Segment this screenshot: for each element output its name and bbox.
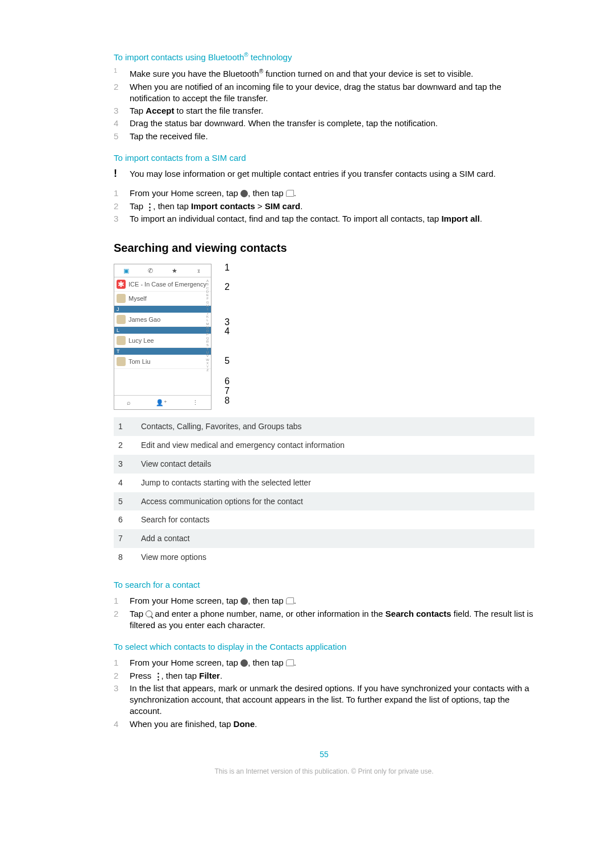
tab-contacts: ▣ [114, 267, 139, 275]
table-row: 7Add a contact [114, 529, 534, 548]
step-item: 3In the list that appears, mark or unmar… [114, 683, 534, 717]
table-row: 5Access communication options for the co… [114, 492, 534, 511]
row-desc: Access communication options for the con… [140, 492, 534, 511]
step-text: Tap and enter a phone number, name, or o… [130, 608, 534, 632]
step-item: 2Tap and enter a phone number, name, or … [114, 608, 534, 632]
step-text: When you are finished, tap Done. [130, 719, 534, 730]
step-text: Make sure you have the Bluetooth® functi… [130, 68, 534, 80]
step-number: 5 [114, 131, 130, 142]
section-title-search: To search for a contact [114, 579, 534, 591]
row-desc: Search for contacts [140, 510, 534, 529]
steps-bluetooth: 1Make sure you have the Bluetooth® funct… [114, 68, 534, 142]
step-item: 1From your Home screen, tap , then tap . [114, 657, 534, 668]
warning-icon: ! [114, 168, 130, 178]
contacts-icon [286, 597, 294, 604]
section-title-bluetooth: To import contacts using Bluetooth® tech… [114, 51, 534, 63]
row-desc: View contact details [140, 455, 534, 474]
step-text: Press ⋮, then tap Filter. [130, 670, 534, 682]
apps-icon [240, 659, 248, 667]
row-desc: View more options [140, 548, 534, 567]
step-number: 4 [114, 719, 130, 730]
step-item: 5Tap the received file. [114, 131, 534, 142]
callout-1: 1 [225, 261, 230, 274]
row-num: 2 [114, 436, 140, 455]
step-item: 1From your Home screen, tap , then tap . [114, 595, 534, 607]
avatar [117, 294, 126, 303]
table-row: 2Edit and view medical and emergency con… [114, 436, 534, 455]
more-icon: ⋮ [154, 674, 161, 679]
tabs-row: ▣ ✆ ★ ⩆ [114, 264, 211, 277]
step-item: 4When you are finished, tap Done. [114, 719, 534, 730]
step-number: 2 [114, 81, 130, 93]
row-num: 1 [114, 417, 140, 436]
row-num: 3 [114, 455, 140, 474]
row-lucy: Lucy Lee [114, 334, 211, 348]
tab-favorites: ★ [163, 267, 187, 275]
section-title-sim: To import contacts from a SIM card [114, 152, 534, 164]
step-text: Tap Accept to start the file transfer. [130, 105, 534, 117]
row-num: 6 [114, 510, 140, 529]
step-item: 3To import an individual contact, find a… [114, 213, 534, 225]
step-text: Tap ⋮, then tap Import contacts > SIM ca… [130, 201, 534, 212]
step-number: 1 [114, 188, 130, 199]
step-number: 2 [114, 670, 130, 682]
step-text: In the list that appears, mark or unmark… [130, 683, 534, 717]
row-desc: Add a contact [140, 529, 534, 548]
steps-search: 1From your Home screen, tap , then tap .… [114, 595, 534, 631]
row-ice: ✱ICE - In Case of Emergency [114, 277, 211, 292]
ice-icon: ✱ [117, 280, 126, 289]
table-row: 4Jump to contacts starting with the sele… [114, 474, 534, 492]
table-row: 3View contact details [114, 455, 534, 474]
step-item: 2Tap ⋮, then tap Import contacts > SIM c… [114, 201, 534, 212]
search-icon [146, 610, 152, 617]
warning-sim: ! You may lose information or get multip… [114, 168, 534, 180]
step-item: 2Press ⋮, then tap Filter. [114, 670, 534, 682]
apps-icon [240, 190, 248, 197]
sep-l: L [114, 327, 211, 334]
row-desc: Jump to contacts starting with the selec… [140, 474, 534, 492]
step-text: From your Home screen, tap , then tap . [130, 188, 534, 199]
table-row: 6Search for contacts [114, 510, 534, 529]
sep-t: T [114, 348, 211, 355]
more-icon: ⋮ [146, 205, 153, 209]
contacts-icon [286, 190, 294, 197]
step-number: 3 [114, 105, 130, 117]
row-num: 7 [114, 529, 140, 548]
step-item: 2When you are notified of an incoming fi… [114, 81, 534, 105]
more-icon: ⋮ [192, 398, 198, 407]
callout-8: 8 [225, 394, 230, 407]
step-number: 4 [114, 118, 130, 129]
row-james: James Gao [114, 313, 211, 327]
step-item: 4Drag the status bar downward. When the … [114, 118, 534, 129]
phone-mock: ▣ ✆ ★ ⩆ ✱ICE - In Case of Emergency Myse… [114, 264, 211, 410]
step-number: 1 [114, 657, 130, 668]
step-text: Tap the received file. [130, 131, 534, 142]
step-item: 1Make sure you have the Bluetooth® funct… [114, 68, 534, 80]
row-num: 4 [114, 474, 140, 492]
avatar [117, 357, 126, 366]
tab-calling: ✆ [139, 267, 163, 275]
step-item: 1From your Home screen, tap , then tap . [114, 188, 534, 199]
bottom-bar: ⌕ 👤⁺ ⋮ [114, 395, 211, 409]
row-tom: Tom Liu [114, 355, 211, 369]
step-text: From your Home screen, tap , then tap . [130, 657, 534, 668]
search-icon: ⌕ [127, 398, 131, 407]
heading-searching-viewing: Searching and viewing contacts [114, 240, 534, 256]
row-desc: Edit and view medical and emergency cont… [140, 436, 534, 455]
row-myself: Myself [114, 292, 211, 306]
step-item: 3Tap Accept to start the file transfer. [114, 105, 534, 117]
step-number: 1 [114, 67, 130, 75]
step-text: From your Home screen, tap , then tap . [130, 595, 534, 607]
step-number: 3 [114, 213, 130, 225]
figure-contacts: ▣ ✆ ★ ⩆ ✱ICE - In Case of Emergency Myse… [114, 264, 262, 412]
contacts-icon [286, 659, 294, 666]
row-num: 5 [114, 492, 140, 511]
avatar [117, 336, 126, 345]
steps-select: 1From your Home screen, tap , then tap .… [114, 657, 534, 730]
warning-text: You may lose information or get multiple… [130, 168, 534, 180]
table-row: 1Contacts, Calling, Favorites, and Group… [114, 417, 534, 436]
step-number: 2 [114, 608, 130, 620]
callout-table: 1Contacts, Calling, Favorites, and Group… [114, 417, 534, 567]
callout-5: 5 [225, 355, 230, 367]
step-text: Drag the status bar downward. When the t… [130, 118, 534, 129]
